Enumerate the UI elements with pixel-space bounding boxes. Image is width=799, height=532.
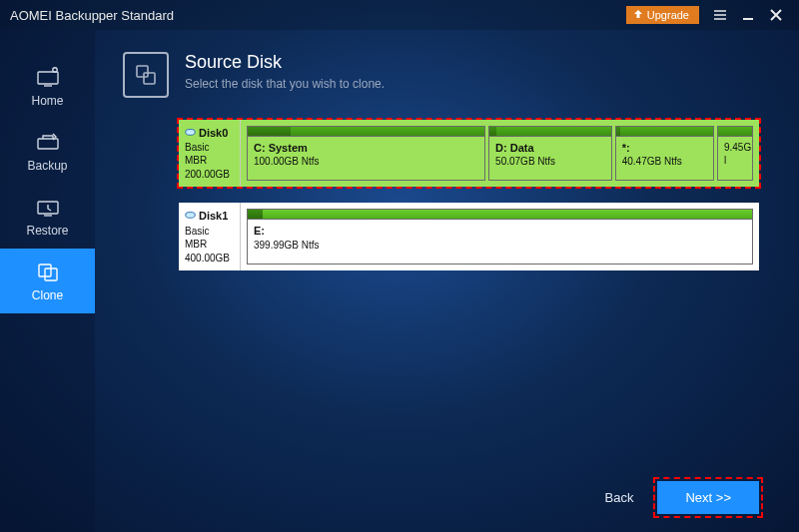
page-subtitle: Select the disk that you wish to clone.: [185, 77, 385, 91]
sidebar-item-clone[interactable]: Clone: [0, 249, 95, 313]
window: AOMEI Backupper Standard Upgrade Home Ba…: [0, 0, 799, 532]
svg-rect-7: [144, 73, 155, 84]
partition-capacity: 9.45GB l: [724, 141, 746, 167]
upgrade-button[interactable]: Upgrade: [626, 6, 699, 24]
sidebar-label: Backup: [27, 159, 67, 173]
disk-name: Disk1: [199, 209, 228, 223]
svg-rect-2: [38, 139, 58, 149]
back-button[interactable]: Back: [595, 484, 644, 511]
partition-capacity: 50.07GB Ntfs: [495, 155, 605, 168]
partition-capacity: 100.00GB Ntfs: [254, 155, 478, 168]
partition[interactable]: E:399.99GB Ntfs: [247, 209, 753, 264]
sidebar-label: Clone: [32, 288, 63, 302]
next-button[interactable]: Next >>: [657, 481, 759, 514]
sidebar-item-backup[interactable]: Backup: [0, 119, 95, 184]
footer: Back Next >>: [595, 481, 759, 514]
menu-icon[interactable]: [711, 6, 729, 24]
sidebar-item-restore[interactable]: Restore: [0, 184, 95, 249]
partition-label: D: Data: [495, 142, 534, 154]
disk-list: Disk0 Basic MBR 200.00GB C: System100.00…: [179, 120, 759, 270]
disk-type: Basic MBR: [185, 141, 234, 167]
main: Source Disk Select the disk that you wis…: [95, 30, 799, 532]
partition[interactable]: D: Data50.07GB Ntfs: [488, 126, 612, 181]
disk-icon: [185, 126, 196, 140]
partition-label: E:: [254, 225, 265, 237]
sidebar-label: Home: [31, 94, 63, 108]
disk-row[interactable]: Disk1 Basic MBR 400.00GB E:399.99GB Ntfs: [179, 203, 759, 269]
disk-size: 400.00GB: [185, 252, 234, 265]
app-title: AOMEI Backupper Standard: [10, 8, 626, 23]
sidebar: Home Backup Restore Clone: [0, 30, 95, 532]
partition[interactable]: C: System100.00GB Ntfs: [247, 126, 485, 181]
disk-info: Disk1 Basic MBR 400.00GB: [179, 203, 241, 269]
upgrade-arrow-icon: [633, 9, 643, 21]
disk-size: 200.00GB: [185, 168, 234, 181]
partition-usage-bar: [616, 127, 713, 137]
svg-point-1: [52, 67, 56, 71]
svg-rect-0: [38, 72, 58, 84]
partition-usage-bar: [489, 127, 611, 137]
page-header-icon: [123, 52, 169, 98]
minimize-icon[interactable]: [741, 6, 755, 24]
sidebar-item-home[interactable]: Home: [0, 54, 95, 119]
titlebar: AOMEI Backupper Standard Upgrade: [0, 0, 799, 30]
partition-capacity: 399.99GB Ntfs: [254, 239, 746, 252]
partition-usage-bar: [248, 127, 484, 137]
page-header: Source Disk Select the disk that you wis…: [95, 30, 799, 98]
partition-label: *:: [622, 142, 630, 154]
page-title: Source Disk: [185, 52, 385, 73]
partition[interactable]: 9.45GB l: [717, 126, 753, 181]
disk-name: Disk0: [199, 126, 228, 140]
partition-capacity: 40.47GB Ntfs: [622, 155, 707, 168]
upgrade-label: Upgrade: [647, 9, 689, 21]
partition-usage-bar: [718, 127, 752, 137]
disk-row[interactable]: Disk0 Basic MBR 200.00GB C: System100.00…: [179, 120, 759, 187]
close-icon[interactable]: [767, 6, 785, 24]
restore-icon: [35, 196, 61, 218]
disk-type: Basic MBR: [185, 225, 234, 251]
sidebar-label: Restore: [26, 224, 68, 238]
partition[interactable]: *:40.47GB Ntfs: [615, 126, 714, 181]
disk-icon: [185, 209, 196, 223]
partitions: C: System100.00GB Ntfs D: Data50.07GB Nt…: [241, 120, 759, 187]
partition-usage-bar: [248, 210, 752, 220]
partitions: E:399.99GB Ntfs: [241, 203, 759, 269]
clone-icon: [35, 261, 61, 282]
partition-label: C: System: [254, 142, 308, 154]
disk-info: Disk0 Basic MBR 200.00GB: [179, 120, 241, 187]
backup-icon: [35, 131, 61, 153]
svg-rect-6: [137, 66, 148, 77]
home-icon: [35, 66, 61, 88]
